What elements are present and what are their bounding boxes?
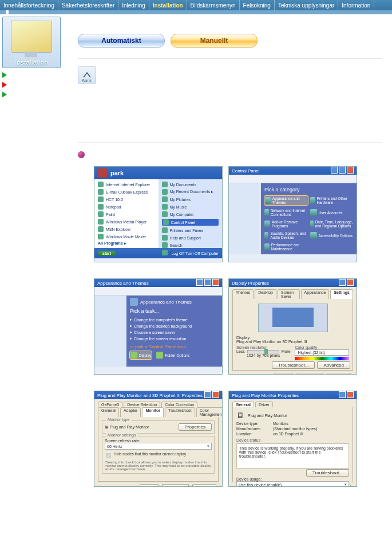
- hide-modes-checkbox: [106, 453, 111, 458]
- screenshot-appearance-themes: Appearance and Themes Appearance and The…: [94, 278, 223, 375]
- monitor-icon: [11, 21, 52, 53]
- cancel-button: Cancel: [162, 484, 189, 487]
- list-item: My Documents: [162, 182, 219, 187]
- tab-installation[interactable]: Installation: [149, 0, 187, 10]
- decorative-stripe: [0, 10, 392, 14]
- list-item: Change the desktop background: [130, 324, 219, 328]
- section-bullet: Microsoft® Windows® XP operativsystem: [78, 151, 382, 158]
- cancel-button: Cancel: [296, 373, 323, 375]
- list-item: Windows Movie Maker: [98, 234, 155, 239]
- bullet-icon: [78, 151, 85, 158]
- sidebar-card: Installation: [2, 17, 61, 68]
- list-item: Internet Internet Explorer: [98, 182, 155, 187]
- list-item: Paint: [98, 211, 155, 217]
- properties-button: Properties: [179, 423, 212, 431]
- start-right-column: My Documents My Recent Documents ▸ My Pi…: [159, 179, 223, 248]
- tab-safety[interactable]: Säkerhetsföreskrifter: [58, 0, 118, 10]
- list-item-highlighted: Control Panel: [162, 219, 219, 226]
- list-item: Notepad: [98, 204, 155, 210]
- advanced-button: Advanced: [317, 361, 350, 369]
- list-item: Printers and Other Hardware: [310, 196, 354, 205]
- sidebar-item-1[interactable]: [2, 72, 65, 78]
- separator: [78, 143, 382, 143]
- list-item: E-mail Outlook Express: [98, 189, 155, 195]
- ok-button: OK: [274, 373, 294, 375]
- list-item: Folder Options: [156, 351, 189, 359]
- separator: [78, 58, 382, 58]
- screenshot-monitor-advanced: Plug and Play Monitor and 3D Prophet III…: [94, 391, 223, 487]
- top-tabs: Innehållsförteckning Säkerhetsföreskrift…: [0, 0, 392, 10]
- pill-automatic[interactable]: Automatiskt: [78, 34, 165, 48]
- window-buttons: [330, 167, 354, 175]
- window-buttons: [338, 279, 354, 287]
- list-item: Printers and Faxes: [162, 227, 219, 233]
- tab-toc[interactable]: Innehållsförteckning: [0, 0, 58, 10]
- tab-info[interactable]: Information: [338, 0, 374, 10]
- tab-tech[interactable]: Tekniska upplysningar: [275, 0, 338, 10]
- sidebar: Installation: [0, 14, 68, 504]
- start-left-column: Internet Internet Explorer E-mail Outloo…: [94, 179, 159, 248]
- sidebar-card-label: Installation: [3, 59, 60, 66]
- sidebar-item-3[interactable]: [2, 91, 65, 97]
- list-item: My Computer: [162, 211, 219, 217]
- window-buttons: [338, 391, 354, 399]
- window-buttons: [203, 391, 219, 399]
- troubleshoot-button: Troubleshoot...: [306, 469, 349, 477]
- avatar-icon: [98, 168, 107, 178]
- refresh-select: 60 Hertz: [105, 443, 212, 450]
- category-highlighted: Appearance and Themes: [264, 196, 308, 205]
- troubleshoot-button: Troubleshoot...: [272, 361, 315, 369]
- screenshot-control-panel: Control Panel Pick a category Appearance…: [228, 166, 357, 262]
- main-content: Automatiskt Manuellt Anm. _ _ Microsoft®…: [68, 14, 392, 504]
- list-item: Choose a screen saver: [130, 330, 219, 335]
- list-item: Change the screen resolution: [130, 336, 219, 341]
- ok-button: OK: [140, 484, 159, 487]
- list-item: Accessibility Options: [310, 231, 354, 239]
- apply-button: Apply: [327, 373, 351, 375]
- list-item: Help and Support: [162, 235, 219, 241]
- tab-osd[interactable]: Bildskärmsmenyn: [187, 0, 240, 10]
- triangle-icon: [2, 72, 7, 78]
- note-block: Anm. _: [78, 66, 382, 84]
- tab-intro[interactable]: Inledning: [118, 0, 149, 10]
- list-item: HCT 10.0: [98, 196, 155, 202]
- heading: Pick a category: [264, 187, 353, 192]
- list-item: MSN Explorer: [98, 226, 155, 232]
- note-icon: Anm.: [78, 66, 96, 84]
- logoff-text: Log Off Turn Off Computer: [171, 251, 219, 255]
- screenshot-display-properties: Display Properties Themes Desktop Screen…: [228, 278, 357, 375]
- triangle-icon: [2, 82, 7, 88]
- device-status: This device is working properly. If you …: [236, 443, 349, 469]
- screenshot-monitor-general: Plug and Play Monitor Properties General…: [228, 391, 357, 487]
- list-item: Performance and Maintenance: [264, 243, 308, 251]
- apply-button: Apply: [192, 484, 216, 487]
- all-programs: All Programs ▸: [98, 241, 155, 246]
- monitor-stand-icon: [25, 52, 37, 57]
- sidebar-item-2[interactable]: [2, 81, 65, 88]
- list-item: Windows Media Player: [98, 219, 155, 225]
- list-item: User Accounts: [310, 208, 354, 217]
- triangle-icon: [2, 92, 7, 97]
- icon-display: Display: [130, 351, 152, 359]
- list-item: Network and Internet Connections: [264, 208, 308, 217]
- device-usage-select: Use this device (enable): [236, 481, 349, 487]
- monitor-preview: [258, 304, 328, 332]
- list-item: Add or Remove Programs: [264, 220, 308, 228]
- screenshot-grid: park Internet Internet Explorer E-mail O…: [94, 166, 382, 487]
- list-item: My Recent Documents ▸: [162, 189, 219, 195]
- list-item: Change the computer's theme: [130, 317, 219, 322]
- pill-manual[interactable]: Manuellt: [171, 34, 258, 48]
- start-button: start: [98, 251, 116, 256]
- screenshot-start-menu: park Internet Internet Explorer E-mail O…: [94, 166, 223, 262]
- tab-troubleshooting[interactable]: Felsökning: [240, 0, 275, 10]
- list-item: Sounds, Speech, and Audio Devices: [264, 231, 308, 239]
- window-buttons: [195, 279, 219, 287]
- list-item: Search: [162, 242, 219, 248]
- list-item: My Music: [162, 204, 219, 210]
- list-item: Date, Time, Language, and Regional Optio…: [310, 220, 354, 228]
- list-item: My Pictures: [162, 196, 219, 202]
